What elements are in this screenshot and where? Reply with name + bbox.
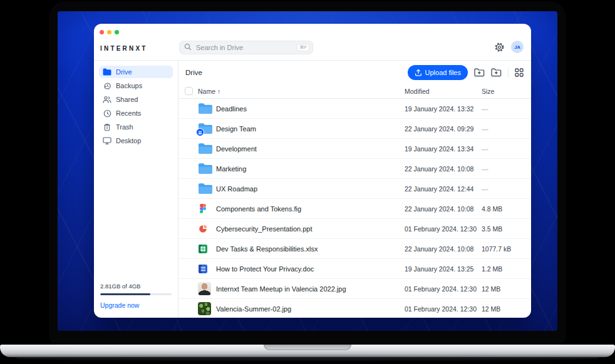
folder-icon [198, 183, 213, 195]
sidebar-item-backups[interactable]: Backups [99, 79, 173, 92]
file-size: 12 MB [482, 305, 524, 313]
people-icon [103, 96, 111, 103]
window-titlebar: INTERNXT ⌘F JA [94, 24, 531, 61]
search-bar[interactable]: ⌘F [179, 41, 313, 54]
laptop-lid-notch [264, 345, 351, 350]
file-size: — [482, 105, 524, 113]
file-modified: 22 January 2024. 10:08 [405, 205, 482, 213]
file-name: Components and Tokens.fig [216, 205, 405, 213]
gear-icon[interactable] [494, 42, 505, 53]
select-all-checkbox[interactable] [185, 87, 193, 95]
storage-section: 2.81GB of 4GB Upgrade now [99, 283, 173, 309]
file-name: UX Roadmap [216, 185, 405, 193]
laptop-bezel: INTERNXT ⌘F JA [49, 1, 566, 345]
sidebar-item-label: Trash [116, 123, 133, 131]
minimize-window-button[interactable] [107, 30, 111, 34]
upload-folder-icon[interactable] [474, 68, 485, 77]
zoom-window-button[interactable] [115, 30, 119, 34]
trash-icon [103, 123, 111, 131]
file-modified: 01 February 2024. 12:30 [405, 305, 482, 313]
column-header-size[interactable]: Size [482, 88, 524, 95]
image-portrait-icon [198, 282, 213, 295]
file-name: Marketing [216, 165, 405, 173]
table-row[interactable]: Valencia-Summer-02.jpg 01 February 2024.… [178, 299, 531, 318]
close-window-button[interactable] [100, 30, 104, 34]
sidebar-item-shared[interactable]: Shared [99, 93, 173, 106]
table-row[interactable]: UX Roadmap 22 January 2024. 12:44 — [178, 179, 531, 199]
table-row[interactable]: How to Protect Your Privacy.doc 19 Janua… [178, 259, 531, 279]
file-modified: 22 January 2024. 10:08 [405, 245, 482, 253]
powerpoint-icon [198, 225, 213, 233]
file-name: Cybersecurity_Presentation.ppt [216, 225, 405, 233]
table-row[interactable]: Dev Tasks & Responsibilities.xlsx 22 Jan… [178, 239, 531, 259]
table-row[interactable]: Design Team 22 January 2024. 09:29 — [178, 119, 531, 139]
file-modified: 22 January 2024. 09:29 [405, 125, 482, 133]
file-size: — [482, 165, 524, 173]
shared-badge-icon [196, 128, 204, 136]
breadcrumb[interactable]: Drive [185, 69, 202, 76]
desktop-background: INTERNXT ⌘F JA [0, 0, 615, 364]
history-icon [103, 82, 111, 90]
internxt-logo: INTERNXT [100, 45, 148, 52]
avatar[interactable]: JA [511, 41, 524, 53]
file-size: 4.8 MB [482, 205, 524, 213]
file-list: Deadlines 19 January 2024. 13:32 — Desig… [178, 99, 531, 318]
titlebar-actions: JA [494, 41, 524, 53]
main-header: Drive Upload files [178, 61, 531, 84]
toolbar: Upload files [408, 65, 524, 80]
excel-icon [198, 245, 213, 253]
main-panel: Drive Upload files [178, 61, 531, 318]
file-name: Deadlines [216, 105, 405, 113]
storage-progress-bar [100, 293, 172, 295]
file-size: — [482, 145, 524, 153]
upload-icon [415, 69, 422, 76]
desktop-wallpaper: INTERNXT ⌘F JA [58, 11, 557, 331]
storage-usage-label: 2.81GB of 4GB [100, 283, 172, 290]
table-row[interactable]: Marketing 22 January 2024. 10:08 — [178, 159, 531, 179]
sidebar-item-recents[interactable]: Recents [99, 107, 173, 119]
grid-view-icon[interactable] [515, 68, 524, 77]
table-header: Name ↑ Modified Size [178, 84, 531, 99]
file-name: Development [216, 145, 405, 153]
upgrade-link[interactable]: Upgrade now [100, 301, 172, 309]
file-modified: 19 January 2024. 13:25 [405, 265, 482, 273]
sidebar-item-trash[interactable]: Trash [99, 121, 173, 133]
file-size: 1077.7 kB [482, 245, 524, 253]
upload-files-label: Upload files [425, 69, 461, 76]
file-modified: 01 February 2024. 12:30 [405, 285, 482, 293]
laptop-base [0, 345, 615, 357]
file-size: 3.5 MB [482, 225, 524, 233]
table-row[interactable]: Components and Tokens.fig 22 January 202… [178, 199, 531, 219]
traffic-lights [100, 30, 119, 34]
sidebar-item-drive[interactable]: Drive [99, 66, 173, 78]
file-name: How to Protect Your Privacy.doc [216, 265, 405, 273]
column-header-name[interactable]: Name ↑ [198, 88, 405, 95]
table-row[interactable]: Cybersecurity_Presentation.ppt 01 Februa… [178, 219, 531, 239]
file-modified: 22 January 2024. 10:08 [405, 165, 482, 173]
folder-icon [198, 163, 213, 174]
file-size: — [482, 125, 524, 133]
search-input[interactable] [195, 43, 294, 52]
file-size: 12 MB [482, 285, 524, 293]
upload-files-button[interactable]: Upload files [408, 65, 468, 80]
folder-shared-icon [198, 123, 213, 134]
sidebar: Drive Backups Shared Recents Trash Deskt… [94, 61, 178, 318]
table-row[interactable]: Internxt Team Meetup in Valencia 2022.jp… [178, 279, 531, 299]
table-row[interactable]: Deadlines 19 January 2024. 13:32 — [178, 99, 531, 119]
sidebar-item-desktop[interactable]: Desktop [99, 134, 173, 147]
folder-icon [198, 143, 213, 154]
sidebar-item-label: Recents [116, 109, 141, 117]
folder-icon [198, 103, 213, 114]
file-modified: 19 January 2024. 13:34 [405, 145, 482, 153]
storage-progress-fill [100, 293, 150, 295]
word-icon [198, 265, 213, 273]
file-modified: 19 January 2024. 13:32 [405, 105, 482, 113]
sort-arrow-icon: ↑ [217, 88, 220, 95]
file-name: Internxt Team Meetup in Valencia 2022.jp… [216, 285, 405, 293]
clock-icon [103, 109, 111, 118]
create-folder-icon[interactable] [491, 68, 502, 77]
sidebar-item-label: Backups [116, 82, 142, 89]
sidebar-item-label: Shared [116, 96, 138, 103]
table-row[interactable]: Development 19 January 2024. 13:34 — [178, 139, 531, 159]
column-header-modified[interactable]: Modified [405, 88, 482, 95]
